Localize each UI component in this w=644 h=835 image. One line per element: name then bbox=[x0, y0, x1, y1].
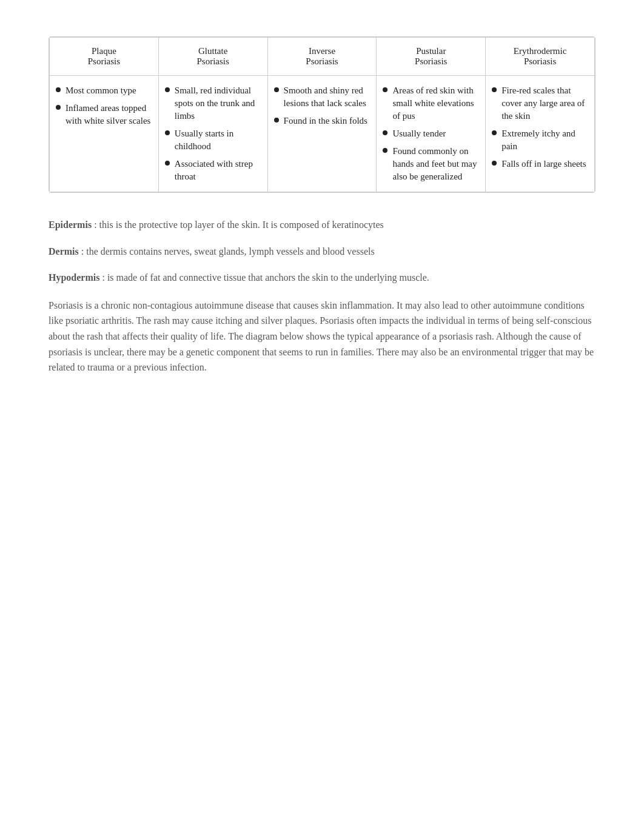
list-item: Associated with strep throat bbox=[165, 158, 261, 183]
list-item: Smooth and shiny red lesions that lack s… bbox=[274, 84, 371, 110]
column-body-1: Small, red individual spots on the trunk… bbox=[158, 76, 267, 192]
psoriasis-paragraph: Psoriasis is a chronic non-contagious au… bbox=[49, 298, 595, 375]
list-item-text: Areas of red skin with small white eleva… bbox=[392, 84, 479, 122]
column-header-4: ErythrodermicPsoriasis bbox=[486, 38, 595, 76]
bullet-icon bbox=[383, 87, 387, 92]
column-header-3: PustularPsoriasis bbox=[377, 38, 486, 76]
list-item-text: Most common type bbox=[65, 84, 136, 97]
list-item: Extremely itchy and pain bbox=[492, 127, 588, 153]
definitions-section: Epidermis : this is the protective top l… bbox=[49, 217, 595, 286]
bullet-icon bbox=[383, 130, 387, 135]
column-header-1: GluttatePsoriasis bbox=[158, 38, 267, 76]
column-body-4: Fire-red scales that cover any large are… bbox=[486, 76, 595, 192]
definition-term: Dermis bbox=[49, 246, 79, 257]
list-item: Usually starts in childhood bbox=[165, 127, 261, 153]
list-item: Found in the skin folds bbox=[274, 115, 371, 127]
bullet-icon bbox=[274, 87, 279, 92]
list-item-text: Usually starts in childhood bbox=[175, 127, 261, 153]
bullet-icon bbox=[165, 130, 170, 135]
list-item-text: Usually tender bbox=[392, 127, 446, 140]
list-item-text: Smooth and shiny red lesions that lack s… bbox=[284, 84, 371, 110]
column-body-2: Smooth and shiny red lesions that lack s… bbox=[267, 76, 377, 192]
list-item: Small, red individual spots on the trunk… bbox=[165, 84, 261, 122]
list-item: Inflamed areas topped with white silver … bbox=[56, 102, 152, 127]
list-item: Falls off in large sheets bbox=[492, 158, 588, 170]
definition-item-2: Hypodermis : is made of fat and connecti… bbox=[49, 270, 595, 286]
list-item-text: Small, red individual spots on the trunk… bbox=[175, 84, 261, 122]
list-item: Most common type bbox=[56, 84, 152, 97]
bullet-icon bbox=[56, 105, 61, 110]
list-item-text: Fire-red scales that cover any large are… bbox=[501, 84, 588, 122]
list-item-text: Extremely itchy and pain bbox=[501, 127, 588, 153]
list-item-text: Found commonly on hands and feet but may… bbox=[392, 145, 479, 183]
bullet-icon bbox=[165, 161, 170, 166]
definition-item-0: Epidermis : this is the protective top l… bbox=[49, 217, 595, 233]
column-body-3: Areas of red skin with small white eleva… bbox=[377, 76, 486, 192]
list-item: Usually tender bbox=[383, 127, 479, 140]
list-item-text: Inflamed areas topped with white silver … bbox=[65, 102, 152, 127]
bullet-icon bbox=[56, 87, 61, 92]
column-header-0: PlaquePsoriasis bbox=[50, 38, 159, 76]
column-header-2: InversePsoriasis bbox=[267, 38, 377, 76]
comparison-table-container: PlaquePsoriasisGluttatePsoriasisInverseP… bbox=[49, 36, 595, 193]
definition-term: Epidermis bbox=[49, 220, 92, 230]
bullet-icon bbox=[492, 161, 497, 166]
bullet-icon bbox=[274, 118, 279, 122]
bullet-icon bbox=[492, 130, 497, 135]
list-item: Fire-red scales that cover any large are… bbox=[492, 84, 588, 122]
definition-term: Hypodermis bbox=[49, 272, 99, 283]
psoriasis-comparison-table: PlaquePsoriasisGluttatePsoriasisInverseP… bbox=[49, 37, 595, 192]
list-item-text: Falls off in large sheets bbox=[501, 158, 586, 170]
list-item-text: Associated with strep throat bbox=[175, 158, 261, 183]
list-item-text: Found in the skin folds bbox=[284, 115, 367, 127]
column-body-0: Most common typeInflamed areas topped wi… bbox=[50, 76, 159, 192]
definition-item-1: Dermis : the dermis contains nerves, swe… bbox=[49, 244, 595, 260]
bullet-icon bbox=[492, 87, 497, 92]
list-item: Found commonly on hands and feet but may… bbox=[383, 145, 479, 183]
bullet-icon bbox=[165, 87, 170, 92]
bullet-icon bbox=[383, 148, 387, 153]
list-item: Areas of red skin with small white eleva… bbox=[383, 84, 479, 122]
